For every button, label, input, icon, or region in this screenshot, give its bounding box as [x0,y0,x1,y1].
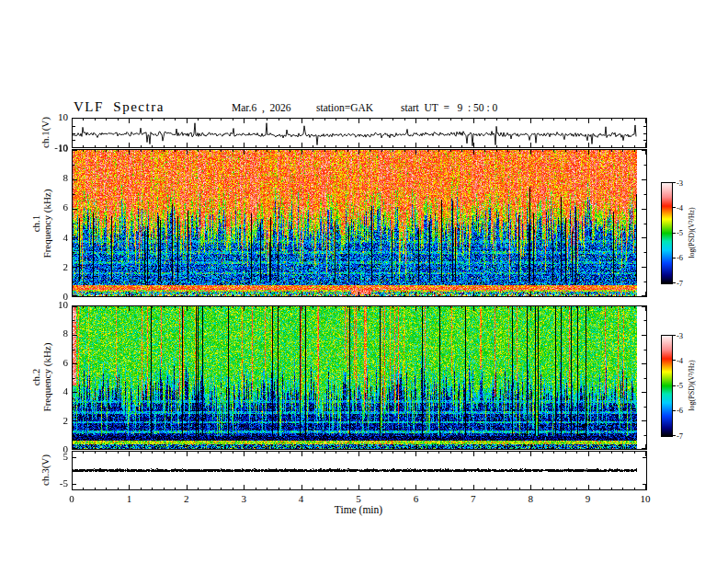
ytick-label-ch1f: 2 [35,261,68,272]
xtick-label: 5 [343,493,374,504]
xtick-label: 10 [630,493,661,504]
ch1-waveform-canvas [73,119,646,147]
ch2-spectrogram-canvas [73,306,646,449]
colorbar-ch2-tick-label: -3 [677,331,683,340]
ytick-label-ch1f: 8 [35,172,68,183]
vlf-spectra-figure: VLF Spectra Mar.6 , 2026 station=GAK sta… [0,0,728,563]
ytick-label-ch2f: 8 [35,327,68,339]
ytick-label-ch1f: 6 [35,201,68,213]
panel-ch1-waveform [72,118,647,148]
header-station: station=GAK [316,102,373,113]
ytick-label-ch1v: 10 [35,111,68,122]
colorbar-ch1-tick-mark [672,182,676,183]
header-start-ut: start UT = 9 : 50 : 0 [401,102,497,113]
colorbar-ch2-tick-label: -7 [677,431,683,441]
colorbar-ch2-tick-label: -4 [677,356,683,365]
xtick-label: 0 [56,493,87,504]
ch1-frequency-axis-label: ch.1 Frequency (kHz) [30,190,52,259]
ytick-label-ch2f: 2 [35,415,68,426]
ch1-label-axis: Frequency (kHz) [41,190,52,259]
ytick-label-ch1f: 10 [35,143,68,154]
colorbar-ch1-tick-label: -7 [677,279,683,288]
ch3-trace-canvas [73,452,646,489]
colorbar-ch1-tick-mark [672,207,676,208]
ytick-label-ch3v: 5 [35,451,68,462]
panel-ch3-trace [72,451,647,490]
ytick-label-ch2f: 4 [35,385,68,396]
colorbar-ch2-tick-mark [672,335,676,336]
figure-title: VLF Spectra [74,99,165,115]
colorbar-ch1-tick-label: -6 [677,253,683,262]
ytick-label-ch1f: 4 [35,232,68,243]
ch2-label-axis: Frequency (kHz) [41,343,52,412]
colorbar-ch2-tick-label: -5 [677,381,683,390]
ytick-label-ch2f: 10 [35,299,68,310]
ch2-frequency-axis-label: ch.2 Frequency (kHz) [30,343,52,412]
ch2-label-channel: ch.2 [30,343,41,412]
ytick-label-ch3v: -5 [35,477,68,488]
colorbar-ch1-tick-label: -3 [677,178,683,188]
colorbar-ch2-unit-label: log(PSD)(V²/Hz) [688,360,696,410]
colorbar-ch1-tick-mark [672,258,676,259]
xtick-label: 1 [113,493,144,504]
panel-ch1-spectrogram [72,149,647,297]
xtick-label: 3 [228,493,259,504]
colorbar-ch1-tick-label: -4 [677,203,683,213]
colorbar-ch1-tick-mark [672,233,676,234]
colorbar-ch1-gradient [662,183,672,283]
xtick-label: 8 [515,493,546,504]
colorbar-ch1-unit-label: log(PSD)(V²/Hz) [688,207,696,258]
colorbar-ch1-tick-label: -5 [677,228,683,237]
header-date: Mar.6 , 2026 [232,102,291,113]
colorbar-ch2-tick-mark [672,385,676,386]
xtick-label: 2 [171,493,202,504]
xtick-label: 6 [400,493,431,504]
ytick-label-ch2f: 6 [35,357,68,368]
ch1-label-channel: ch.1 [30,190,41,259]
time-axis-label: Time (min) [303,504,414,515]
ch1-spectrogram-canvas [73,150,646,296]
colorbar-ch2-tick-mark [672,410,676,411]
xtick-label: 7 [458,493,489,504]
panel-ch2-spectrogram [72,305,647,450]
xtick-label: 9 [573,493,604,504]
colorbar-ch2-tick-label: -6 [677,406,683,415]
colorbar-ch2-tick-mark [672,360,676,361]
colorbar-ch2-gradient [662,336,672,436]
colorbar-ch1-tick-mark [672,282,676,283]
xtick-label: 4 [286,493,317,504]
colorbar-ch2-tick-mark [672,435,676,436]
